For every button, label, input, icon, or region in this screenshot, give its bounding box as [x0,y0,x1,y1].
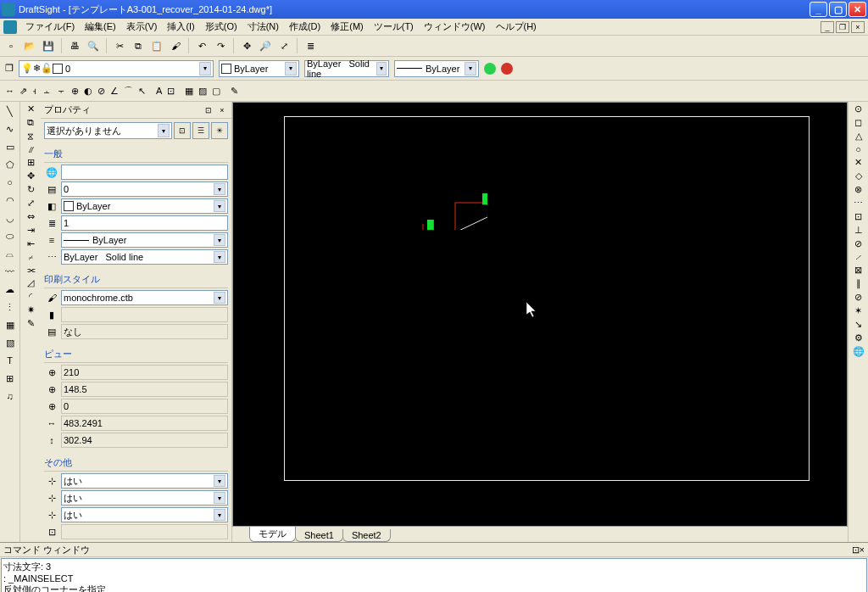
settings-button[interactable]: ⚙ [854,332,863,343]
pickadd-button[interactable]: ☰ [192,122,209,139]
rotate-button[interactable]: ↻ [27,184,35,195]
other3-field[interactable]: はい▾ [61,507,228,522]
ext-button[interactable]: ⋯ [854,198,863,209]
ellipsearc-button[interactable]: ⌓ [3,246,18,261]
drawing-canvas[interactable]: Y X █ █ █ [233,103,847,526]
ins-button[interactable]: ⊡ [854,211,862,222]
mdi-minimize-button[interactable]: _ [821,21,834,33]
redo-button[interactable]: ↷ [213,38,228,53]
arc-button[interactable]: ◠ [3,193,18,208]
dim-radius-button[interactable]: ◐ [84,86,92,97]
near-button[interactable]: ⟋ [854,252,863,262]
chevron-down-icon[interactable]: ▾ [376,62,387,75]
dim-aligned-button[interactable]: ⇗ [19,86,27,97]
esnap-button[interactable]: ⊙ [854,103,862,114]
dim-leader-button[interactable]: ↖ [138,86,146,97]
other1-field[interactable]: はい▾ [61,473,228,489]
text-tool-button[interactable]: T [3,353,18,368]
dim-continue-button[interactable]: ⫠ [42,86,52,96]
menu-format[interactable]: 形式(O) [200,20,242,33]
scale-button[interactable]: ⤢ [27,198,35,209]
offset-button[interactable]: ⫽ [26,144,36,154]
block-button[interactable]: ▦ [185,86,193,97]
move-button[interactable]: ✥ [27,170,35,182]
menu-window[interactable]: ウィンドウ(W) [419,20,491,33]
mid-button[interactable]: △ [855,131,862,142]
menu-file[interactable]: ファイル(F) [20,20,80,33]
perp-button[interactable]: ⊥ [854,225,863,236]
dim-angular-button[interactable]: ∠ [110,86,119,97]
paste-button[interactable]: 📋 [149,38,164,53]
point-button[interactable]: ⋮ [3,299,18,315]
color-combo[interactable]: ByLayer ▾ [219,60,299,77]
preview-button[interactable]: 🔍 [86,38,101,53]
mdi-close-button[interactable]: × [851,21,865,33]
highlight-button[interactable]: ✎ [231,86,238,97]
app-button[interactable]: ⊠ [854,265,862,276]
panel-pin-button[interactable]: ⊡ [203,104,214,116]
fillet-button[interactable]: ◜ [29,291,32,302]
end-button[interactable]: ◻ [854,117,862,128]
layer-field[interactable]: 0▾ [61,182,228,197]
dim-diameter-button[interactable]: ⊘ [97,86,105,97]
tab-sheet2[interactable]: Sheet2 [342,529,391,542]
region-button[interactable]: ▧ [3,335,18,350]
note-button[interactable]: ♫ [3,388,18,404]
wipeout-button[interactable]: ▢ [212,86,220,97]
other2-field[interactable]: はい▾ [61,490,228,505]
lineweight-combo[interactable]: ByLayer ▾ [394,60,479,77]
line-button[interactable]: ╲ [3,103,18,119]
spline-button[interactable]: 〰 [3,264,18,279]
hyperlink-field[interactable] [61,165,228,180]
dim-linear-button[interactable]: ↔ [5,86,14,96]
globe-button[interactable]: 🌐 [853,346,865,357]
explode-button[interactable]: ✷ [27,304,35,316]
edit-button[interactable]: ✎ [27,318,35,329]
mdi-restore-button[interactable]: ❐ [836,21,849,33]
dim-baseline-button[interactable]: ⫞ [32,86,37,96]
undo-button[interactable]: ↶ [194,38,209,53]
layer-manager-button[interactable]: ❒ [5,63,14,74]
chevron-down-icon[interactable]: ▾ [199,62,211,75]
array-button[interactable]: ⊞ [27,157,35,168]
properties-button[interactable]: ≣ [303,38,318,53]
zoom-fit-button[interactable]: ⤢ [276,38,292,53]
linestyle-field[interactable]: ByLayer Solid line▾ [61,249,228,265]
command-history[interactable]: 寸法文字: 3 : _MAINSELECT 反対側のコーナーを指定 1 見つかり… [1,558,867,592]
rectangle-button[interactable]: ▭ [3,139,18,154]
copy2-button[interactable]: ⧉ [27,117,34,128]
ellipse-button[interactable]: ⬭ [3,228,18,243]
polygon-button[interactable]: ⬠ [3,157,18,172]
window-maximize-button[interactable]: ▢ [829,2,847,17]
from-button[interactable]: ↘ [854,319,862,330]
window-close-button[interactable]: ✕ [849,2,866,17]
menu-modify[interactable]: 修正(M) [326,20,369,33]
circle-button[interactable]: ○ [3,175,18,190]
trim-button[interactable]: ⇥ [27,225,35,236]
chevron-down-icon[interactable]: ▾ [285,62,297,75]
int-button[interactable]: ⊗ [854,184,862,195]
panel-close-button[interactable]: × [216,104,228,116]
brush-button[interactable]: 🖌 [168,38,183,53]
hatch-fill-button[interactable]: ▦ [3,317,18,332]
lineweight-field[interactable]: ByLayer▾ [61,232,228,248]
new-button[interactable]: ▫ [3,38,19,53]
none-button[interactable]: ⊘ [854,292,862,303]
text-button[interactable]: A [156,86,162,96]
color-field[interactable]: ByLayer▾ [61,198,228,214]
chevron-down-icon[interactable]: ▾ [465,62,476,75]
pan-button[interactable]: ✥ [239,38,254,53]
linetype-combo[interactable]: ByLayer Solid line ▾ [304,60,389,77]
cut-button[interactable]: ✂ [112,38,127,53]
tab-model[interactable]: モデル [249,527,296,542]
menu-tools[interactable]: ツール(T) [369,20,419,33]
quad-button[interactable]: ◇ [855,170,862,182]
printstyle-field[interactable]: monochrome.ctb▾ [61,290,228,305]
node-button[interactable]: ✕ [854,157,862,168]
dim-center-button[interactable]: ⊕ [71,86,79,97]
save-button[interactable]: 💾 [41,38,56,53]
stretch-button[interactable]: ⇔ [27,211,35,222]
cmdwin-close-button[interactable]: × [860,545,865,555]
window-minimize-button[interactable]: _ [810,2,827,17]
select-button[interactable]: ☀ [211,122,228,139]
